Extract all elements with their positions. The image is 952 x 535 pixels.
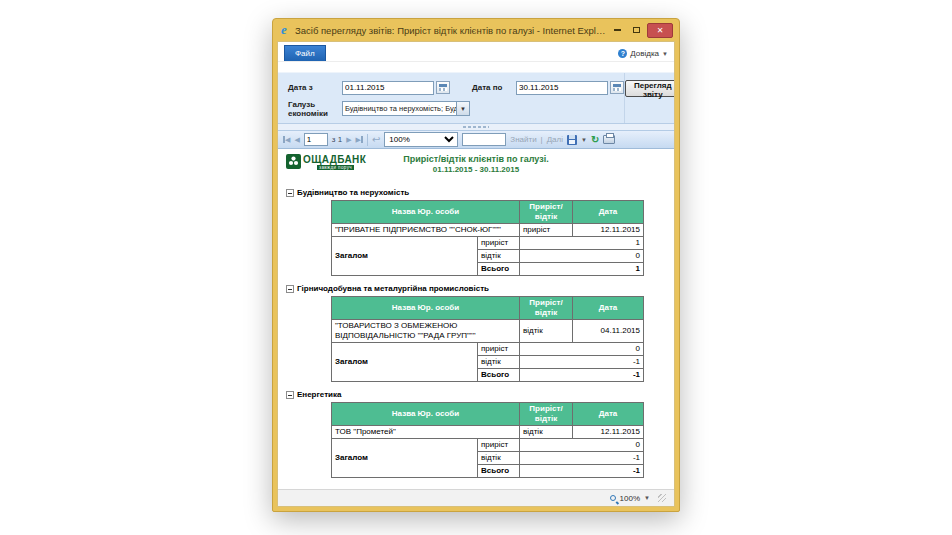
column-header-type: Приріст/відтік [520, 297, 573, 320]
column-header-type: Приріст/відтік [520, 403, 573, 426]
find-text-input[interactable] [462, 133, 506, 146]
export-dropdown-icon[interactable]: ▼ [581, 137, 587, 143]
close-button[interactable]: ✕ [647, 23, 673, 38]
find-next-separator: | [541, 135, 543, 144]
menubar: Файл ? Довідка ▼ [278, 42, 674, 62]
section-table: Назва Юр. особи Приріст/відтік Дата "ПРИ… [331, 200, 644, 276]
total-label: Всього [478, 263, 520, 276]
menu-help-label: Довідка [630, 49, 659, 58]
next-page-button[interactable]: ▶ [346, 136, 351, 144]
report-section: Енергетика Назва Юр. особи Приріст/відті… [284, 390, 668, 478]
collapse-icon[interactable] [286, 189, 294, 197]
minimize-button[interactable] [609, 24, 626, 37]
back-to-parent-icon[interactable]: ↩ [372, 134, 380, 145]
loss-label: відтік [478, 452, 520, 465]
date-from-calendar-icon[interactable] [436, 81, 450, 94]
zoom-select[interactable]: 100% [384, 132, 458, 147]
menu-file[interactable]: Файл [284, 45, 326, 61]
last-page-button[interactable]: ▶ [356, 136, 363, 144]
report-toolbar: ◀ ◀ з 1 ▶ ▶ ↩ 100% Знайти | Далі ▼ ↻ [278, 130, 674, 149]
total-gain-row: Загалом приріст 0 [332, 343, 644, 356]
loss-value: 0 [520, 250, 644, 263]
resize-grip[interactable] [658, 494, 666, 502]
section-title: Будівництво та нерухомість [297, 188, 409, 197]
column-header-name: Назва Юр. особи [332, 403, 520, 426]
report-section: Будівництво та нерухомість Назва Юр. осо… [284, 188, 668, 276]
client-change-type: відтік [520, 320, 573, 343]
panel-splitter[interactable] [278, 124, 674, 130]
table-header-row: Назва Юр. особи Приріст/відтік Дата [332, 297, 644, 320]
date-from-input[interactable] [342, 81, 434, 95]
table-header-row: Назва Юр. особи Приріст/відтік Дата [332, 201, 644, 224]
client-date: 12.11.2015 [573, 224, 644, 237]
bank-logo: ОЩАДБАНК завжди поруч [286, 154, 366, 170]
refresh-icon[interactable]: ↻ [591, 135, 599, 145]
section-title: Гірничодобувна та металургійна промислов… [297, 284, 489, 293]
magnifier-icon [610, 495, 616, 501]
client-row: ТОВ "Прометей" відтік 12.11.2015 [332, 426, 644, 439]
loss-value: -1 [520, 452, 644, 465]
column-header-name: Назва Юр. особи [332, 201, 520, 224]
total-label: Всього [478, 465, 520, 478]
window-body: Файл ? Довідка ▼ Дата з Дата по Галузь [277, 41, 675, 507]
total-group-label: Загалом [332, 237, 478, 276]
gain-label: приріст [478, 439, 520, 452]
gain-value: 0 [520, 439, 644, 452]
bank-logo-icon [286, 154, 301, 169]
collapse-icon[interactable] [286, 391, 294, 399]
total-gain-row: Загалом приріст 1 [332, 237, 644, 250]
find-link[interactable]: Знайти [510, 135, 536, 144]
ie-window: e Засіб перегляду звітів: Приріст відтік… [272, 18, 680, 512]
find-next-link[interactable]: Далі [547, 135, 563, 144]
client-date: 04.11.2015 [573, 320, 644, 343]
client-change-type: відтік [520, 426, 573, 439]
client-name: "ТОВАРИСТВО З ОБМЕЖЕНОЮ ВІДПОВІДАЛЬНІСТЮ… [332, 320, 520, 343]
industry-dropdown-value: Будівництво та нерухомість; Будівн [342, 101, 456, 116]
first-page-button[interactable]: ◀ [283, 136, 290, 144]
page-count-label: з 1 [332, 135, 342, 144]
loss-label: відтік [478, 356, 520, 369]
menu-spacer [278, 62, 674, 72]
bank-name: ОЩАДБАНК [303, 154, 366, 165]
export-icon[interactable] [567, 135, 577, 145]
total-group-label: Загалом [332, 343, 478, 382]
total-value: 1 [520, 263, 644, 276]
date-to-input[interactable] [516, 81, 608, 95]
chevron-down-icon[interactable]: ▼ [456, 101, 470, 116]
column-header-date: Дата [573, 201, 644, 224]
report-canvas: ОЩАДБАНК завжди поруч Приріст/відтік клі… [278, 149, 674, 489]
gain-label: приріст [478, 237, 520, 250]
titlebar[interactable]: e Засіб перегляду звітів: Приріст відтік… [277, 19, 675, 41]
section-toggle[interactable]: Гірничодобувна та металургійна промислов… [286, 284, 668, 293]
client-row: "ТОВАРИСТВО З ОБМЕЖЕНОЮ ВІДПОВІДАЛЬНІСТЮ… [332, 320, 644, 343]
industry-label: Галузь економіки [288, 100, 342, 118]
total-value: -1 [520, 369, 644, 382]
status-zoom-level: 100% [620, 494, 640, 503]
view-report-button[interactable]: Перегляд звіту [625, 80, 675, 97]
client-row: "ПРИВАТНЕ ПІДПРИЄМСТВО ""СНОК-ЮГ""" прир… [332, 224, 644, 237]
bank-tagline: завжди поруч [317, 165, 354, 170]
help-icon: ? [618, 49, 627, 58]
close-icon: ✕ [657, 26, 664, 35]
zoom-dropdown-icon[interactable]: ▼ [644, 495, 650, 501]
loss-label: відтік [478, 250, 520, 263]
section-toggle[interactable]: Енергетика [286, 390, 668, 399]
section-table: Назва Юр. особи Приріст/відтік Дата "ТОВ… [331, 296, 644, 382]
section-toggle[interactable]: Будівництво та нерухомість [286, 188, 668, 197]
collapse-icon[interactable] [286, 285, 294, 293]
date-to-calendar-icon[interactable] [610, 81, 624, 94]
client-date: 12.11.2015 [573, 426, 644, 439]
maximize-icon [633, 27, 640, 33]
total-value: -1 [520, 465, 644, 478]
industry-dropdown[interactable]: Будівництво та нерухомість; Будівн ▼ [342, 101, 470, 116]
maximize-button[interactable] [628, 24, 645, 37]
report-section: Гірничодобувна та металургійна промислов… [284, 284, 668, 382]
page-number-input[interactable] [304, 133, 328, 146]
total-gain-row: Загалом приріст 0 [332, 439, 644, 452]
menu-help[interactable]: ? Довідка ▼ [618, 49, 668, 58]
print-icon[interactable] [603, 135, 615, 144]
gain-value: 1 [520, 237, 644, 250]
client-name: ТОВ "Прометей" [332, 426, 520, 439]
previous-page-button[interactable]: ◀ [294, 136, 299, 144]
window-title: Засіб перегляду звітів: Приріст відтік к… [295, 25, 609, 36]
